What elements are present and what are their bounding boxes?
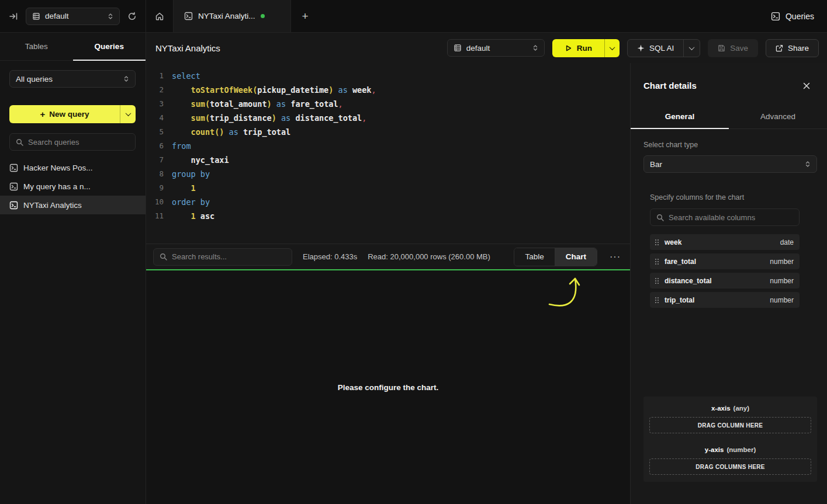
sql-ai-options-button[interactable]: [683, 40, 700, 57]
chart-details-panel: Chart details General Advanced Select ch…: [630, 63, 827, 504]
view-toggle-chart[interactable]: Chart: [555, 248, 597, 266]
editor-line[interactable]: 9 1: [146, 181, 630, 195]
sql-ai-button[interactable]: SQL AI: [628, 40, 683, 57]
new-query-button[interactable]: + New query: [9, 105, 136, 123]
updown-chevron-icon: [532, 44, 538, 51]
line-number: 1: [146, 69, 164, 83]
refresh-icon[interactable]: [127, 12, 137, 21]
chart-type-select[interactable]: Bar: [643, 155, 817, 173]
editor-line[interactable]: 5 count() as trip_total: [146, 125, 630, 139]
close-icon[interactable]: [802, 82, 811, 90]
editor-line[interactable]: 8group by: [146, 167, 630, 181]
editor-line[interactable]: 3 sum(total_amount) as fare_total,: [146, 97, 630, 111]
x-axis-dropzone[interactable]: DRAG COLUMN HERE: [649, 417, 811, 433]
query-icon: [9, 182, 18, 191]
sidebar-search[interactable]: [9, 133, 136, 151]
sql-console-app: default NYTaxi Analyti...: [0, 0, 827, 504]
run-button-group: Run: [552, 39, 620, 57]
sql-ai-button-group: SQL AI: [627, 39, 700, 57]
drag-handle-icon[interactable]: [655, 277, 659, 284]
tab-advanced[interactable]: Advanced: [729, 105, 827, 128]
chart-column-row[interactable]: fare_totalnumber: [650, 253, 800, 269]
columns-search[interactable]: [650, 208, 800, 226]
read-stats-text: Read: 20,000,000 rows (260.00 MB): [368, 252, 490, 261]
home-icon: [155, 12, 164, 21]
header-database-selector[interactable]: default: [447, 39, 545, 57]
search-queries-input[interactable]: [28, 138, 129, 147]
sql-editor[interactable]: 1select2 toStartOfWeek(pickup_datetime) …: [146, 63, 630, 244]
top-bar: default NYTaxi Analyti...: [0, 0, 827, 33]
sidebar-query-item[interactable]: Hacker News Pos...: [0, 158, 146, 177]
line-number: 3: [146, 97, 164, 111]
view-toggle-table[interactable]: Table: [514, 248, 554, 266]
sidebar-tab-queries[interactable]: Queries: [73, 33, 146, 60]
sparkle-icon: [637, 44, 645, 52]
query-filter-select[interactable]: All queries: [9, 70, 136, 88]
tab-general[interactable]: General: [631, 105, 729, 128]
editor-line[interactable]: 6from: [146, 139, 630, 153]
code-text: group by: [164, 167, 210, 181]
code-text: sum(total_amount) as fare_total,: [164, 97, 343, 111]
y-axis-dropzone[interactable]: DRAG COLUMNS HERE: [649, 458, 811, 475]
run-button[interactable]: Run: [552, 39, 604, 57]
x-axis-hint: (any): [733, 405, 749, 412]
run-options-button[interactable]: [604, 39, 620, 57]
new-query-dropdown-button[interactable]: [120, 105, 136, 123]
chart-empty-message: Please configure the chart.: [338, 383, 439, 392]
new-tab-button[interactable]: +: [291, 0, 319, 32]
line-number: 9: [146, 181, 164, 195]
code-text: sum(trip_distance) as distance_total,: [164, 111, 366, 125]
search-icon: [16, 138, 23, 146]
column-name: distance_total: [665, 277, 712, 285]
queries-button-label: Queries: [786, 12, 814, 21]
chart-type-label: Select chart type: [643, 141, 817, 149]
column-list: weekdatefare_totalnumberdistance_totalnu…: [650, 234, 800, 308]
sidebar-tab-tables[interactable]: Tables: [0, 33, 73, 60]
code-text: 1 asc: [164, 209, 214, 223]
topbar-right: Queries: [771, 0, 827, 32]
editor-line[interactable]: 7 nyc_taxi: [146, 153, 630, 167]
code-text: nyc_taxi: [164, 153, 229, 167]
drag-handle-icon[interactable]: [655, 239, 659, 246]
query-filter-value: All queries: [16, 75, 119, 84]
home-tab[interactable]: [146, 0, 174, 32]
column-name: week: [665, 238, 681, 246]
line-number: 7: [146, 153, 164, 167]
editor-results-column: 1select2 toStartOfWeek(pickup_datetime) …: [146, 63, 630, 504]
collapse-sidebar-icon[interactable]: [9, 12, 18, 21]
code-text: count() as trip_total: [164, 125, 290, 139]
editor-line[interactable]: 1select: [146, 69, 630, 83]
search-results-input[interactable]: [172, 252, 286, 261]
chevron-down-icon: [609, 44, 615, 50]
queries-button[interactable]: Queries: [771, 12, 814, 21]
sidebar-query-item[interactable]: NYTaxi Analytics: [0, 196, 146, 214]
editor-line[interactable]: 10order by: [146, 195, 630, 209]
line-number: 5: [146, 125, 164, 139]
editor-line[interactable]: 11 1 asc: [146, 209, 630, 223]
x-axis-group: x-axis(any) DRAG COLUMN HERE: [649, 405, 811, 433]
drag-handle-icon[interactable]: [655, 258, 659, 265]
drag-handle-icon[interactable]: [655, 297, 659, 304]
column-type: date: [780, 238, 794, 246]
save-button[interactable]: Save: [708, 39, 758, 57]
column-type: number: [770, 258, 794, 266]
query-label: My query has a n...: [23, 182, 91, 191]
editor-line[interactable]: 2 toStartOfWeek(pickup_datetime) as week…: [146, 83, 630, 97]
sidebar-query-item[interactable]: My query has a n...: [0, 177, 146, 196]
code-text: order by: [164, 195, 210, 209]
search-columns-input[interactable]: [669, 213, 793, 222]
chart-column-row[interactable]: distance_totalnumber: [650, 273, 800, 289]
results-search[interactable]: [153, 248, 292, 266]
editor-line[interactable]: 4 sum(trip_distance) as distance_total,: [146, 111, 630, 125]
more-options-button[interactable]: ···: [608, 252, 622, 262]
topbar-database-selector[interactable]: default: [26, 8, 120, 25]
external-link-icon: [776, 44, 783, 52]
query-list: Hacker News Pos...My query has a n...NYT…: [0, 158, 146, 214]
sidebar-tabs: Tables Queries: [0, 33, 146, 61]
share-button[interactable]: Share: [766, 39, 819, 57]
code-text: from: [164, 139, 191, 153]
sidebar: Tables Queries All queries + New query: [0, 33, 146, 504]
chart-column-row[interactable]: trip_totalnumber: [650, 292, 800, 308]
tab-nytaxi-analytics[interactable]: NYTaxi Analyti...: [174, 0, 291, 32]
chart-column-row[interactable]: weekdate: [650, 234, 800, 250]
